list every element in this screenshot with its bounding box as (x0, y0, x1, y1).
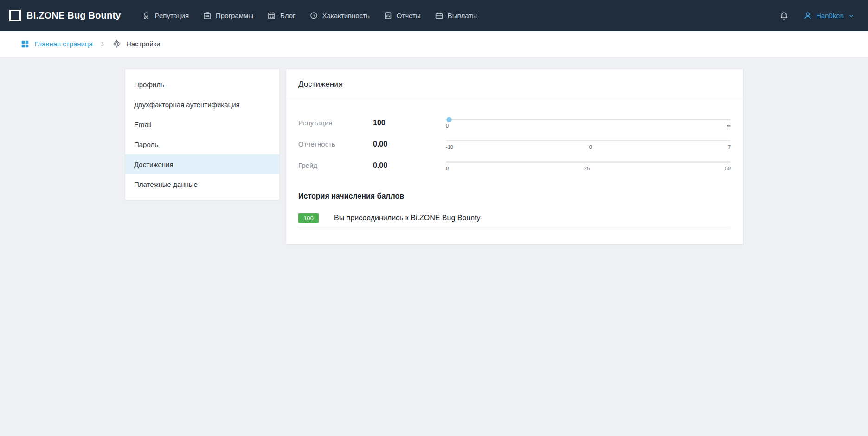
tick-label: 7 (728, 144, 731, 150)
tick-label: 50 (725, 166, 731, 171)
username: Han0ken (816, 12, 844, 19)
panel-title: Достижения (298, 80, 731, 89)
sidebar-item-password[interactable]: Пароль (125, 135, 279, 154)
sidebar-item-achievements[interactable]: Достижения (125, 154, 279, 174)
chevron-down-icon (848, 12, 855, 19)
home-grid-icon (21, 40, 29, 48)
slider-ticks: 02550 (446, 166, 731, 171)
reports-icon (384, 11, 392, 20)
metric-slider: -1007 (446, 138, 731, 150)
slider-ticks: 0∞ (446, 123, 731, 128)
metric-label: Отчетность (298, 140, 373, 148)
top-navbar: BI.ZONE Bug Bounty РепутацияПрограммыБло… (0, 0, 868, 31)
breadcrumb-home-link[interactable]: Главная страница (21, 40, 93, 48)
tick-label: 25 (584, 166, 590, 171)
sidebar-item-profile[interactable]: Профиль (125, 75, 279, 95)
tick-label: 0 (446, 166, 449, 171)
sidebar-item-two-factor[interactable]: Двухфакторная аутентификация (125, 95, 279, 115)
metric-value: 0.00 (373, 161, 446, 170)
nav-item-programs[interactable]: Программы (197, 6, 259, 25)
slider-handle[interactable] (447, 117, 452, 122)
main-nav: РепутацияПрограммыБлогХакактивностьОтчет… (136, 6, 779, 25)
nav-item-label: Отчеты (397, 12, 421, 19)
nav-item-label: Блог (280, 12, 295, 19)
slider-track (446, 140, 731, 141)
tick-label: 0 (446, 123, 449, 128)
metric-label: Грейд (298, 161, 373, 169)
nav-item-reputation[interactable]: Репутация (136, 6, 195, 25)
payouts-icon (435, 11, 444, 20)
nav-item-label: Программы (216, 12, 253, 19)
metric-slider: 02550 (446, 160, 731, 171)
chevron-right-icon (99, 41, 106, 47)
history-item: 100Вы присоединились к Bi.ZONE Bug Bount… (298, 213, 731, 229)
hackactivity-icon (309, 11, 318, 20)
metric-slider: 0∞ (446, 117, 731, 128)
metric-label: Репутация (298, 119, 373, 127)
programs-icon (203, 11, 212, 20)
slider-ticks: -1007 (446, 144, 731, 150)
history-list: 100Вы присоединились к Bi.ZONE Bug Bount… (298, 213, 731, 229)
nav-item-reports[interactable]: Отчеты (378, 6, 427, 25)
history-section: История начисления баллов 100Вы присоеди… (286, 188, 743, 244)
breadcrumb-current-label: Настройки (126, 40, 161, 48)
tick-label: ∞ (727, 123, 731, 128)
notifications-bell-icon[interactable] (779, 11, 789, 21)
sidebar-item-payment-details[interactable]: Платежные данные (125, 174, 279, 194)
metric-value: 100 (373, 119, 446, 127)
breadcrumb-home-label: Главная страница (34, 40, 93, 48)
blog-icon (267, 11, 276, 20)
tick-label: -10 (446, 144, 453, 150)
bizone-logo-icon (9, 10, 21, 21)
nav-item-payouts[interactable]: Выплаты (429, 6, 483, 25)
content-area: ПрофильДвухфакторная аутентификацияEmail… (125, 69, 743, 244)
breadcrumb-current: Настройки (112, 39, 161, 48)
reputation-icon (142, 11, 151, 20)
points-badge: 100 (298, 213, 319, 223)
user-menu[interactable]: Han0ken (803, 11, 855, 20)
metric-row-grade: Грейд0.0002550 (298, 160, 731, 171)
navbar-right: Han0ken (779, 11, 855, 21)
panel-header: Достижения (286, 69, 743, 100)
breadcrumb: Главная страница Настройки (0, 31, 868, 57)
user-icon (803, 11, 812, 20)
settings-sidebar: ПрофильДвухфакторная аутентификацияEmail… (125, 69, 280, 200)
nav-item-label: Репутация (155, 12, 189, 19)
brand-text: BI.ZONE Bug Bounty (26, 10, 121, 21)
tick-label: 0 (589, 144, 592, 150)
slider-track (446, 119, 731, 120)
metric-row-reputation: Репутация1000∞ (298, 117, 731, 128)
history-title: История начисления баллов (298, 192, 731, 200)
brand[interactable]: BI.ZONE Bug Bounty (9, 10, 121, 21)
sidebar-item-email[interactable]: Email (125, 115, 279, 135)
gear-icon (112, 39, 121, 48)
metrics-list: Репутация1000∞Отчетность0.00-1007Грейд0.… (286, 100, 743, 188)
nav-item-blog[interactable]: Блог (261, 6, 301, 25)
history-text: Вы присоединились к Bi.ZONE Bug Bounty (334, 214, 481, 222)
nav-item-label: Выплаты (448, 12, 477, 19)
metric-row-reporting: Отчетность0.00-1007 (298, 138, 731, 150)
nav-item-hackactivity[interactable]: Хакактивность (303, 6, 376, 25)
slider-track (446, 161, 731, 163)
metric-value: 0.00 (373, 140, 446, 148)
achievements-panel: Достижения Репутация1000∞Отчетность0.00-… (286, 69, 743, 244)
nav-item-label: Хакактивность (322, 12, 370, 19)
